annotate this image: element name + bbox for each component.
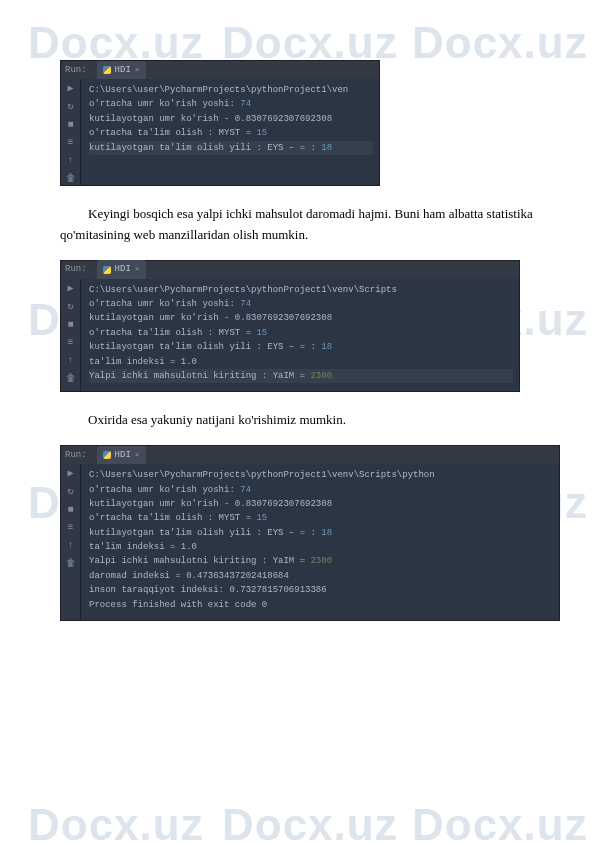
output-line: C:\Users\user\PycharmProjects\pythonProj… [89, 283, 513, 297]
run-tab-bar: Run: HDI × [61, 61, 379, 79]
watermark: Docx.uz [28, 800, 204, 842]
run-tab[interactable]: HDI × [97, 446, 146, 464]
console-output: C:\Users\user\PycharmProjects\pythonProj… [81, 279, 519, 392]
python-icon [103, 266, 111, 274]
output-line: Process finished with exit code 0 [89, 598, 553, 612]
tab-title: HDI [115, 63, 131, 77]
rerun-icon[interactable]: ↻ [65, 301, 77, 313]
close-icon[interactable]: × [135, 449, 140, 462]
output-line: o'rtacha umr ko'rish yoshi: 74 [89, 483, 553, 497]
output-line: kutilayotgan ta'lim olish yili : EYS – =… [89, 141, 373, 155]
up-icon[interactable]: ↑ [65, 540, 77, 552]
output-line: o'rtacha umr ko'rish yoshi: 74 [89, 97, 373, 111]
rerun-icon[interactable]: ↻ [65, 101, 77, 113]
run-tab[interactable]: HDI × [97, 61, 146, 79]
output-line: ta'lim indeksi = 1.0 [89, 355, 513, 369]
play-icon[interactable]: ▶ [65, 83, 77, 95]
run-label: Run: [65, 63, 87, 77]
output-line: Yalpi ichki mahsulotni kiriting : YaIM =… [89, 554, 553, 568]
stop-icon[interactable]: ■ [65, 319, 77, 331]
trash-icon[interactable]: 🗑 [65, 173, 77, 185]
layout-icon[interactable]: ≡ [65, 137, 77, 149]
layout-icon[interactable]: ≡ [65, 522, 77, 534]
paragraph-2: Oxirida esa yakuniy natijani ko'rishimiz… [60, 410, 550, 431]
output-line: kutilayotgan umr ko'rish - 0.83076923076… [89, 112, 373, 126]
run-tab-bar: Run: HDI × [61, 446, 559, 464]
console-output: C:\Users\user\PycharmProjects\pythonProj… [81, 79, 379, 185]
output-line: o'rtacha ta'lim olish : MYST = 15 [89, 511, 553, 525]
layout-icon[interactable]: ≡ [65, 337, 77, 349]
output-line: Yalpi ichki mahsulotni kiriting : YaIM =… [89, 369, 513, 383]
run-toolbar: ▶ ↻ ■ ≡ ↑ 🗑 [61, 79, 81, 185]
close-icon[interactable]: × [135, 263, 140, 276]
run-toolbar: ▶ ↻ ■ ≡ ↑ 🗑 [61, 464, 81, 620]
output-line: o'rtacha ta'lim olish : MYST = 15 [89, 326, 513, 340]
output-line: kutilayotgan umr ko'rish - 0.83076923076… [89, 311, 513, 325]
run-label: Run: [65, 448, 87, 462]
close-icon[interactable]: × [135, 64, 140, 77]
ide-run-panel-3: Run: HDI × ▶ ↻ ■ ≡ ↑ 🗑 C:\Users\user\Py [60, 445, 560, 621]
output-line: o'rtacha umr ko'rish yoshi: 74 [89, 297, 513, 311]
page-content: Run: HDI × ▶ ↻ ■ ≡ ↑ 🗑 C:\Users\user\Py [60, 60, 550, 639]
trash-icon[interactable]: 🗑 [65, 373, 77, 385]
stop-icon[interactable]: ■ [65, 504, 77, 516]
rerun-icon[interactable]: ↻ [65, 486, 77, 498]
output-line: C:\Users\user\PycharmProjects\pythonProj… [89, 83, 373, 97]
output-line: kutilayotgan ta'lim olish yili : EYS – =… [89, 526, 553, 540]
paragraph-1: Keyingi bosqich esa yalpi ichki mahsulot… [60, 204, 550, 246]
trash-icon[interactable]: 🗑 [65, 558, 77, 570]
run-label: Run: [65, 262, 87, 276]
play-icon[interactable]: ▶ [65, 283, 77, 295]
python-icon [103, 451, 111, 459]
tab-title: HDI [115, 448, 131, 462]
run-toolbar: ▶ ↻ ■ ≡ ↑ 🗑 [61, 279, 81, 392]
output-line: kutilayotgan ta'lim olish yili : EYS – =… [89, 340, 513, 354]
up-icon[interactable]: ↑ [65, 355, 77, 367]
output-line: kutilayotgan umr ko'rish - 0.83076923076… [89, 497, 553, 511]
run-tab[interactable]: HDI × [97, 260, 146, 278]
python-icon [103, 66, 111, 74]
stop-icon[interactable]: ■ [65, 119, 77, 131]
ide-run-panel-1: Run: HDI × ▶ ↻ ■ ≡ ↑ 🗑 C:\Users\user\Py [60, 60, 380, 186]
ide-run-panel-2: Run: HDI × ▶ ↻ ■ ≡ ↑ 🗑 C:\Users\user\Py [60, 260, 520, 393]
watermark: Docx.uz [412, 800, 588, 842]
output-line: ta'lim indeksi = 1.0 [89, 540, 553, 554]
watermark: Docx.uz [222, 800, 398, 842]
output-line: daromad indeksi = 0.47363437202418684 [89, 569, 553, 583]
console-output: C:\Users\user\PycharmProjects\pythonProj… [81, 464, 559, 620]
run-tab-bar: Run: HDI × [61, 261, 519, 279]
output-line: C:\Users\user\PycharmProjects\pythonProj… [89, 468, 553, 482]
tab-title: HDI [115, 262, 131, 276]
up-icon[interactable]: ↑ [65, 155, 77, 167]
output-line: o'rtacha ta'lim olish : MYST = 15 [89, 126, 373, 140]
play-icon[interactable]: ▶ [65, 468, 77, 480]
output-line: inson taraqqiyot indeksi: 0.732781570691… [89, 583, 553, 597]
